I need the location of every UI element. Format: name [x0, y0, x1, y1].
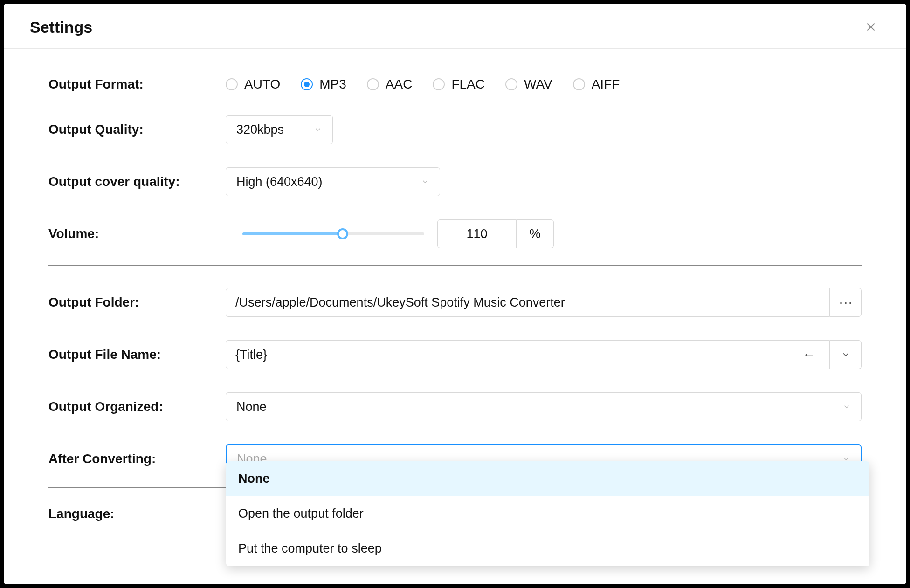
chevron-down-icon — [842, 403, 851, 411]
after-converting-dropdown: None Open the output folder Put the comp… — [226, 461, 869, 566]
volume-control: 110 % — [226, 219, 554, 248]
radio-label: AUTO — [244, 77, 280, 92]
chevron-down-icon — [841, 350, 850, 359]
radio-circle — [301, 78, 313, 90]
volume-label: Volume: — [48, 226, 226, 241]
output-file-name-label: Output File Name: — [48, 347, 226, 362]
after-converting-label: After Converting: — [48, 451, 226, 466]
settings-dialog: Settings Output Format: AUTO MP3 — [4, 4, 906, 584]
radio-circle — [573, 78, 585, 90]
radio-aac[interactable]: AAC — [367, 77, 413, 92]
radio-aiff[interactable]: AIFF — [573, 77, 620, 92]
select-value: High (640x640) — [236, 175, 323, 189]
output-cover-quality-row: Output cover quality: High (640x640) — [48, 167, 862, 196]
radio-auto[interactable]: AUTO — [226, 77, 280, 92]
output-format-controls: AUTO MP3 AAC FLAC — [226, 77, 862, 92]
browse-button[interactable]: ⋯ — [830, 288, 862, 317]
close-icon — [865, 21, 877, 33]
output-quality-label: Output Quality: — [48, 122, 226, 137]
output-quality-select[interactable]: 320kbps — [226, 115, 333, 144]
arrow-left-icon[interactable]: ← — [802, 347, 820, 362]
chevron-down-icon — [314, 125, 322, 134]
output-organized-row: Output Organized: None — [48, 392, 862, 421]
output-folder-value: /Users/apple/Documents/UkeySoft Spotify … — [235, 295, 565, 310]
output-format-label: Output Format: — [48, 77, 226, 92]
dialog-header: Settings — [4, 4, 906, 49]
dialog-title: Settings — [30, 18, 92, 36]
radio-label: FLAC — [451, 77, 485, 92]
output-folder-input[interactable]: /Users/apple/Documents/UkeySoft Spotify … — [226, 288, 830, 317]
radio-circle — [367, 78, 379, 90]
volume-unit: % — [517, 219, 554, 248]
ellipsis-icon: ⋯ — [839, 294, 853, 311]
output-organized-label: Output Organized: — [48, 399, 226, 414]
output-cover-quality-select[interactable]: High (640x640) — [226, 167, 440, 196]
radio-flac[interactable]: FLAC — [433, 77, 485, 92]
section-divider — [48, 265, 862, 266]
output-folder-label: Output Folder: — [48, 295, 226, 310]
language-label: Language: — [48, 506, 226, 521]
radio-label: MP3 — [319, 77, 346, 92]
output-format-radios: AUTO MP3 AAC FLAC — [226, 77, 620, 92]
volume-value: 110 — [466, 227, 487, 241]
select-value: 320kbps — [236, 123, 284, 137]
radio-mp3[interactable]: MP3 — [301, 77, 346, 92]
close-button[interactable] — [862, 18, 880, 36]
radio-wav[interactable]: WAV — [505, 77, 552, 92]
radio-label: AAC — [386, 77, 413, 92]
output-file-name-row: Output File Name: {Title} ← — [48, 340, 862, 369]
dropdown-option-open-folder[interactable]: Open the output folder — [226, 496, 869, 531]
output-quality-row: Output Quality: 320kbps — [48, 115, 862, 144]
dropdown-option-sleep[interactable]: Put the computer to sleep — [226, 531, 869, 566]
radio-circle — [505, 78, 517, 90]
output-file-name-input[interactable]: {Title} ← — [226, 340, 830, 369]
radio-dot — [304, 82, 310, 87]
dropdown-option-none[interactable]: None — [226, 461, 869, 496]
volume-slider[interactable] — [242, 232, 424, 236]
output-file-name-value: {Title} — [235, 348, 267, 362]
slider-thumb[interactable] — [337, 228, 348, 239]
slider-fill — [242, 232, 343, 235]
output-format-row: Output Format: AUTO MP3 AAC — [48, 77, 862, 92]
select-value: None — [236, 400, 267, 414]
radio-circle — [226, 78, 238, 90]
dialog-body: Output Format: AUTO MP3 AAC — [4, 49, 906, 521]
output-folder-row: Output Folder: /Users/apple/Documents/Uk… — [48, 288, 862, 317]
volume-input[interactable]: 110 — [437, 219, 517, 248]
file-name-dropdown-button[interactable] — [830, 340, 862, 369]
radio-label: AIFF — [592, 77, 620, 92]
radio-label: WAV — [524, 77, 552, 92]
radio-circle — [433, 78, 445, 90]
output-cover-quality-label: Output cover quality: — [48, 174, 226, 189]
chevron-down-icon — [421, 178, 429, 186]
volume-row: Volume: 110 % — [48, 219, 862, 248]
output-organized-select[interactable]: None — [226, 392, 862, 421]
section-divider-short — [48, 487, 226, 488]
